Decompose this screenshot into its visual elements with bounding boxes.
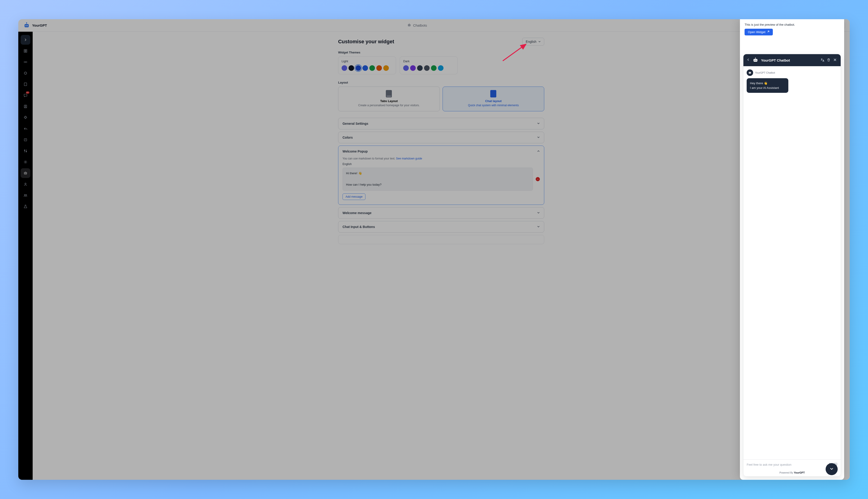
- preview-panel: This is just the preview of the chatbot.…: [740, 19, 844, 480]
- color-swatch[interactable]: [410, 65, 416, 71]
- sidebar-item-ai[interactable]: [21, 68, 30, 78]
- accordion-welcome-message[interactable]: Welcome message: [338, 207, 544, 219]
- layout-section-label: Layout: [338, 81, 544, 84]
- svg-rect-35: [749, 72, 751, 74]
- layout-chat-card[interactable]: Chat layout Quick chat system with minim…: [442, 87, 544, 111]
- chevron-down-icon: [538, 40, 541, 44]
- svg-rect-8: [409, 23, 409, 24]
- sidebar-item-dashboard[interactable]: [21, 46, 30, 56]
- markdown-hint: You can use markdown to format your text…: [343, 157, 540, 160]
- bot-message: Hey there 👋 I am your AI Assistant: [747, 78, 788, 93]
- accordion-more[interactable]: [338, 235, 544, 244]
- sidebar-item-labs[interactable]: [21, 202, 30, 211]
- color-swatch[interactable]: [348, 65, 354, 71]
- svg-rect-5: [408, 24, 411, 26]
- theme-dark-card[interactable]: Dark: [400, 57, 457, 74]
- open-widget-button[interactable]: Open Widget: [745, 29, 773, 35]
- accordion-chat-input[interactable]: Chat Input & Buttons: [338, 221, 544, 233]
- sidebar-item-docs[interactable]: [21, 80, 30, 89]
- color-swatch[interactable]: [438, 65, 443, 71]
- themes-section-label: Widget Themes: [338, 51, 544, 54]
- sidebar-item-integrations[interactable]: [21, 113, 30, 122]
- tabs-layout-desc: Create a personalised homepage for your …: [342, 104, 436, 107]
- welcome-popup-body: You can use markdown to format your text…: [338, 157, 544, 205]
- top-center-label: Chatbots: [413, 23, 427, 27]
- accordion-more-label: [343, 239, 343, 243]
- widget-fab[interactable]: [825, 463, 838, 475]
- color-swatch[interactable]: [362, 65, 368, 71]
- widget-input[interactable]: Feel free to ask me your question: [747, 463, 825, 466]
- color-swatch[interactable]: [369, 65, 375, 71]
- accordion-general-label: General Settings: [343, 122, 368, 125]
- external-link-icon: [767, 30, 770, 34]
- color-swatch[interactable]: [342, 65, 347, 71]
- accordion-colors[interactable]: Colors: [338, 132, 544, 143]
- welcome-message-input[interactable]: Hi there! 👋 How can I help you today?: [343, 168, 533, 191]
- top-center: Chatbots: [47, 23, 787, 28]
- sidebar-item-customize[interactable]: [21, 146, 30, 156]
- welcome-popup-label: Welcome Popup: [343, 149, 368, 153]
- theme-light-label: Light: [342, 60, 393, 63]
- chevron-down-icon: [537, 211, 540, 215]
- translate-icon[interactable]: [820, 58, 824, 62]
- svg-point-31: [754, 60, 756, 61]
- svg-point-26: [25, 183, 26, 184]
- sidebar-item-chatbot[interactable]: [21, 168, 30, 178]
- widget-avatar-icon: [752, 57, 759, 63]
- color-swatch[interactable]: [356, 65, 361, 71]
- chat-widget: YourGPT Chatbot YourGPT Chatbot: [743, 54, 841, 476]
- brand[interactable]: YourGPT: [23, 22, 47, 29]
- back-icon[interactable]: [747, 58, 750, 62]
- tabs-layout-icon: [386, 90, 392, 97]
- themes-row: Light Dark: [338, 57, 544, 74]
- sidebar-item-broadcast[interactable]: [21, 57, 30, 67]
- color-swatch[interactable]: [424, 65, 430, 71]
- app-body: 9+: [18, 32, 850, 480]
- message-from-name: YourGPT Chatbot: [755, 71, 775, 74]
- content: Customise your widget English Widget The…: [338, 32, 544, 256]
- sidebar-expand-button[interactable]: [21, 35, 30, 45]
- color-swatch[interactable]: [376, 65, 382, 71]
- open-widget-label: Open Widget: [748, 30, 765, 34]
- theme-dark-label: Dark: [403, 60, 454, 63]
- topbar: YourGPT Chatbots Latest Updates Account: [18, 19, 850, 32]
- inbox-badge: 9+: [26, 92, 29, 94]
- delete-icon[interactable]: [827, 58, 831, 62]
- svg-rect-0: [25, 24, 29, 27]
- sidebar-item-user[interactable]: [21, 179, 30, 189]
- accordion-welcome-popup-header[interactable]: Welcome Popup: [338, 146, 544, 157]
- sidebar-item-functions[interactable]: [21, 135, 30, 145]
- robot-icon: [407, 23, 411, 28]
- sidebar-item-back[interactable]: [21, 124, 30, 134]
- layout-tabs-card[interactable]: Tabs Layout Create a personalised homepa…: [338, 87, 440, 111]
- svg-point-32: [756, 60, 757, 61]
- markdown-guide-link[interactable]: See markdown guide: [396, 157, 422, 160]
- light-swatches: [342, 65, 393, 71]
- accordion-welcome-message-label: Welcome message: [343, 211, 371, 215]
- tabs-layout-name: Tabs Layout: [342, 99, 436, 103]
- svg-point-7: [409, 25, 410, 25]
- color-swatch[interactable]: [431, 65, 437, 71]
- sidebar-item-contacts[interactable]: [21, 101, 30, 111]
- app-window: YourGPT Chatbots Latest Updates Account: [18, 19, 850, 480]
- color-swatch[interactable]: [383, 65, 389, 71]
- svg-point-24: [25, 173, 25, 173]
- sidebar: 9+: [18, 32, 33, 480]
- svg-point-2: [27, 25, 28, 26]
- svg-point-28: [26, 194, 27, 195]
- color-swatch[interactable]: [403, 65, 409, 71]
- add-message-button[interactable]: Add message: [343, 194, 366, 200]
- language-select[interactable]: English: [522, 38, 544, 46]
- sidebar-item-settings[interactable]: [21, 157, 30, 167]
- remove-message-button[interactable]: −: [536, 177, 540, 181]
- color-swatch[interactable]: [417, 65, 423, 71]
- dark-swatches: [403, 65, 454, 71]
- sidebar-item-inbox[interactable]: 9+: [21, 90, 30, 100]
- close-icon[interactable]: [833, 58, 837, 62]
- message-from: YourGPT Chatbot: [747, 70, 837, 76]
- svg-point-36: [749, 72, 750, 73]
- sidebar-item-team[interactable]: [21, 191, 30, 200]
- svg-point-4: [26, 22, 27, 23]
- accordion-general[interactable]: General Settings: [338, 118, 544, 130]
- theme-light-card[interactable]: Light: [338, 57, 396, 74]
